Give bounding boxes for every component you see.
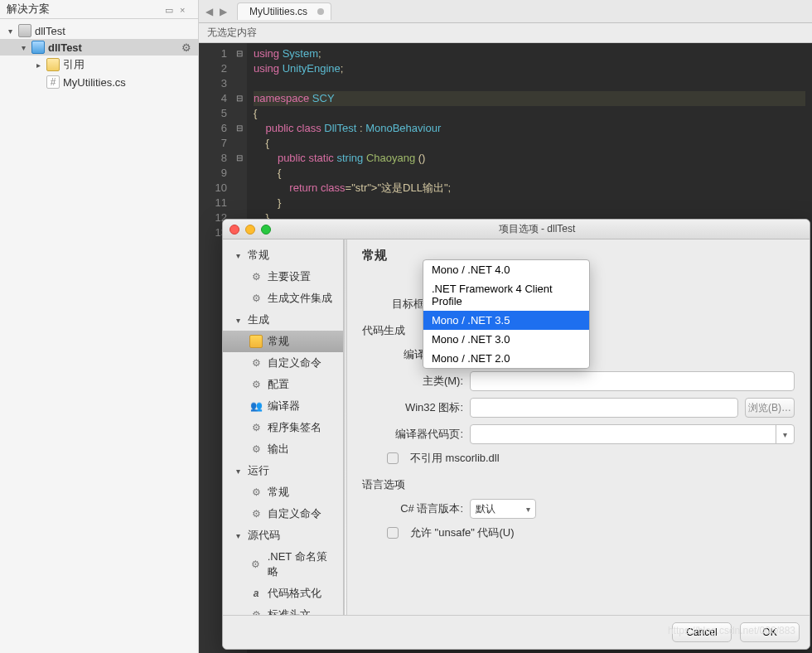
- editor-tab[interactable]: MyUtilities.cs: [237, 2, 331, 20]
- dropdown-option[interactable]: .NET Framework 4 Client Profile: [423, 279, 589, 311]
- solution-root-label: dllTest: [35, 25, 65, 37]
- dropdown-option[interactable]: Mono / .NET 2.0: [423, 349, 589, 368]
- disclosure-icon[interactable]: ▾: [236, 316, 244, 325]
- sidebar-item-label: 输出: [268, 442, 289, 457]
- file-node[interactable]: # MyUtilities.cs: [0, 74, 198, 90]
- window-minimize-icon[interactable]: [245, 225, 255, 235]
- project-node[interactable]: ▾ dllTest ⚙: [0, 39, 198, 56]
- disclosure-icon[interactable]: ▸: [33, 60, 43, 70]
- dialog-title: 项目选项 - dllTest: [271, 222, 803, 236]
- sidebar-group-label: 运行: [248, 463, 269, 478]
- no-mscorlib-checkbox[interactable]: [387, 452, 399, 464]
- sidebar-item-label: 自定义命令: [268, 356, 321, 370]
- sidebar-group[interactable]: ▾生成: [223, 309, 343, 331]
- cs-version-select[interactable]: 默认 ▾: [470, 499, 536, 519]
- sidebar-item[interactable]: ⚙程序集签名: [223, 417, 343, 438]
- gear-icon: ⚙: [249, 270, 263, 283]
- sidebar-group-label: 常规: [248, 248, 269, 263]
- dialog-titlebar[interactable]: 项目选项 - dllTest: [223, 220, 810, 239]
- disclosure-icon[interactable]: ▾: [5, 27, 15, 36]
- sidebar-item[interactable]: ⚙常规: [223, 481, 343, 503]
- codepage-label: 编译器代码页:: [374, 427, 463, 442]
- sidebar-item[interactable]: ⚙生成文件集成: [223, 288, 343, 309]
- blocks-icon: [249, 335, 263, 348]
- panel-pin-icon[interactable]: ▭: [165, 5, 176, 16]
- sidebar-group[interactable]: ▾运行: [223, 460, 343, 481]
- window-maximize-icon[interactable]: [261, 225, 271, 235]
- dropdown-option[interactable]: Mono / .NET 4.0: [423, 260, 589, 279]
- sidebar-item-label: 主要设置: [268, 269, 311, 284]
- project-label: dllTest: [48, 41, 82, 54]
- sidebar-item[interactable]: 常规: [223, 331, 343, 352]
- allow-unsafe-checkbox[interactable]: [387, 527, 399, 539]
- codepage-combobox[interactable]: ▾: [470, 424, 795, 444]
- cs-version-label: C# 语言版本:: [374, 501, 463, 516]
- sidebar-item[interactable]: ⚙自定义命令: [223, 503, 343, 525]
- sidebar-group-label: 生成: [248, 312, 269, 327]
- gear-icon: ⚙: [249, 378, 263, 391]
- sidebar-item[interactable]: 👥编译器: [223, 395, 343, 417]
- tab-label: MyUtilities.cs: [249, 6, 307, 17]
- nav-forward-icon[interactable]: ▶: [220, 6, 227, 17]
- folder-icon: [46, 58, 60, 71]
- solution-icon: [18, 24, 31, 37]
- sidebar-item-label: 常规: [268, 485, 289, 500]
- win32-input[interactable]: [470, 398, 738, 418]
- references-node[interactable]: ▸ 引用: [0, 56, 198, 74]
- sidebar-item-label: 生成文件集成: [268, 291, 332, 306]
- disclosure-icon[interactable]: ▾: [236, 251, 244, 260]
- disclosure-icon[interactable]: ▾: [236, 467, 244, 476]
- gear-icon: ⚙: [249, 443, 263, 456]
- gear-icon: ⚙: [249, 558, 263, 571]
- main-class-label: 主类(M):: [374, 374, 463, 389]
- file-label: MyUtilities.cs: [63, 76, 126, 89]
- sidebar-group-label: 源代码: [248, 528, 280, 543]
- sidebar-group[interactable]: ▾源代码: [223, 525, 343, 546]
- csharp-file-icon: #: [46, 75, 60, 89]
- lang-heading: 语言选项: [362, 477, 795, 492]
- window-close-icon[interactable]: [230, 225, 239, 235]
- project-icon: [31, 41, 45, 54]
- allow-unsafe-label: 允许 "unsafe" 代码(U): [410, 525, 515, 540]
- sidebar-group[interactable]: ▾常规: [223, 244, 343, 266]
- sidebar-item[interactable]: ⚙自定义命令: [223, 352, 343, 374]
- solution-title: 解决方案: [7, 2, 50, 17]
- project-settings-gear-icon[interactable]: ⚙: [180, 41, 193, 54]
- no-mscorlib-label: 不引用 mscorlib.dll: [410, 451, 500, 466]
- chevron-down-icon[interactable]: ▾: [776, 425, 794, 443]
- sidebar-item-label: 程序集签名: [268, 420, 321, 435]
- sidebar-item[interactable]: ⚙输出: [223, 438, 343, 460]
- people-icon: 👥: [249, 399, 263, 413]
- gear-icon: ⚙: [249, 292, 263, 305]
- cs-version-value: 默认: [476, 502, 495, 516]
- editor-tabstrip: ◀ ▶ MyUtilities.cs: [199, 0, 812, 23]
- gear-icon: ⚙: [249, 486, 263, 499]
- sidebar-item[interactable]: ⚙标准头文: [223, 604, 343, 615]
- disclosure-icon[interactable]: ▾: [236, 531, 244, 540]
- browse-button[interactable]: 浏览(B)…: [745, 398, 795, 418]
- gear-icon: ⚙: [249, 608, 263, 615]
- disclosure-icon[interactable]: ▾: [18, 43, 28, 52]
- gear-icon: ⚙: [249, 421, 263, 434]
- sidebar-item-label: 配置: [268, 377, 289, 392]
- target-framework-dropdown[interactable]: Mono / .NET 4.0.NET Framework 4 Client P…: [423, 259, 590, 369]
- dropdown-option[interactable]: Mono / .NET 3.5: [423, 311, 589, 330]
- panel-close-icon[interactable]: ×: [180, 5, 191, 15]
- sidebar-item[interactable]: ⚙.NET 命名策略: [223, 546, 343, 583]
- sidebar-item[interactable]: ⚙配置: [223, 374, 343, 395]
- breadcrumb[interactable]: 无选定内容: [199, 23, 812, 43]
- sidebar-item-label: 编译器: [268, 399, 300, 414]
- sidebar-item[interactable]: a代码格式化: [223, 583, 343, 604]
- watermark: https://blog.csdn.net/000/883: [668, 625, 795, 636]
- sidebar-item-label: 自定义命令: [268, 506, 321, 521]
- tab-close-icon[interactable]: [317, 8, 324, 15]
- dropdown-option[interactable]: Mono / .NET 3.0: [423, 330, 589, 349]
- win32-label: Win32 图标:: [374, 400, 463, 415]
- solution-root[interactable]: ▾ dllTest: [0, 22, 198, 39]
- solution-explorer: 解决方案 ▭ × ▾ dllTest ▾ dllTest ⚙ ▸: [0, 0, 199, 653]
- codepage-value: [471, 425, 776, 443]
- main-class-input[interactable]: [470, 371, 795, 391]
- gear-icon: ⚙: [249, 507, 263, 520]
- sidebar-item[interactable]: ⚙主要设置: [223, 266, 343, 288]
- nav-back-icon[interactable]: ◀: [205, 6, 213, 17]
